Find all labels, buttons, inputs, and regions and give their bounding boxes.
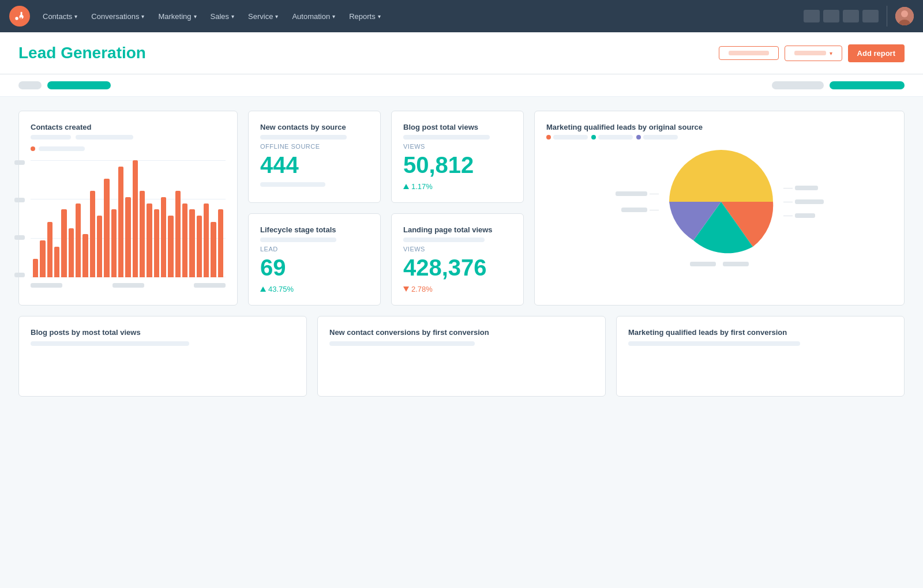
nav-conversations[interactable]: Conversations ▾ [85,7,150,25]
nav-contacts[interactable]: Contacts ▾ [37,7,83,25]
nav-reports[interactable]: Reports ▾ [343,7,387,25]
skeleton-bar-2 [260,182,325,187]
landing-page-metric-label: VIEWS [403,246,512,252]
main-content: Contacts created [0,97,923,410]
nav-icon-1[interactable] [804,10,820,22]
navbar-divider [887,6,887,27]
skeleton-bar [628,341,800,346]
new-contacts-metric-label: OFFLINE SOURCE [260,143,369,150]
nav-sales[interactable]: Sales ▾ [205,7,241,25]
bar-1 [40,240,45,277]
landing-page-metric-value: 428,376 [403,255,512,280]
nav-automation[interactable]: Automation ▾ [286,7,341,25]
bar-13 [125,197,130,277]
bar-2 [47,222,52,277]
bar-12 [118,167,123,277]
chevron-down-icon: ▾ [830,50,832,56]
filter-pill-gray-1 [18,81,42,89]
skeleton-bar [260,135,347,140]
x-label [194,283,226,288]
avatar[interactable] [895,7,914,25]
add-report-button[interactable]: Add report [848,44,905,62]
navbar: Contacts ▾ Conversations ▾ Marketing ▾ S… [0,0,923,32]
y-labels [14,160,25,277]
header-actions: ▾ Add report [719,44,905,62]
trend-up-icon [260,287,266,292]
bar-14 [133,160,138,277]
bar-24 [204,203,209,277]
nav-icon-3[interactable] [843,10,859,22]
y-label [14,235,25,240]
nav-marketing[interactable]: Marketing ▾ [152,7,202,25]
skeleton-bar [403,135,490,140]
x-label [31,283,62,288]
hubspot-logo[interactable] [9,6,30,27]
svg-point-3 [901,10,908,17]
bar-17 [154,209,159,277]
bar-chart [31,160,226,289]
bar-26 [218,209,223,277]
page-header: Lead Generation ▾ Add report [0,32,923,74]
nav-icon-2[interactable] [823,10,839,22]
bar-23 [197,216,202,277]
bar-16 [147,203,152,277]
blog-post-title: Blog post total views [403,123,512,131]
bottom-cards-grid: Blog posts by most total views New conta… [18,316,905,397]
pie-chart-svg [663,144,779,259]
landing-page-card: Landing page total views VIEWS 428,376 2… [391,213,524,306]
bar-11 [111,209,117,277]
pie-left-label-1 [616,191,659,196]
bar-3 [54,247,59,277]
blog-post-metric-label: VIEWS [403,143,512,150]
bar-0 [33,259,38,277]
x-labels [31,283,226,288]
chevron-down-icon: ▾ [141,13,144,20]
chevron-down-icon: ▾ [332,13,335,20]
nav-icon-4[interactable] [862,10,879,22]
nav-service[interactable]: Service ▾ [242,7,284,25]
contacts-created-title: Contacts created [31,123,226,131]
new-contacts-title: New contacts by source [260,123,369,131]
svg-point-1 [15,17,18,20]
lifecycle-card: Lifecycle stage totals LEAD 69 43.75% [248,213,381,306]
pie-dot-3 [636,135,641,140]
mql-card: Marketing qualified leads by original so… [534,111,905,306]
new-contacts-metric-value: 444 [260,152,369,178]
contacts-created-card: Contacts created [18,111,238,306]
bar-19 [168,216,173,277]
middle-right-stacked: Blog post total views VIEWS 50,812 1.17%… [391,111,524,306]
chevron-down-icon: ▾ [231,13,234,20]
pie-dot-2 [591,135,596,140]
chevron-down-icon: ▾ [194,13,197,20]
filter-pill-teal-1[interactable] [47,81,111,89]
bar-9 [97,216,102,277]
lifecycle-title: Lifecycle stage totals [260,225,369,234]
x-label [112,283,144,288]
filter-pill-teal-2[interactable] [830,81,905,89]
pie-legend-item-1 [546,135,588,140]
pie-legend-bar-2 [598,135,633,140]
bottom-card-title-3: Marketing qualified leads by first conve… [628,328,892,337]
bar-15 [140,191,145,277]
blog-post-card: Blog post total views VIEWS 50,812 1.17% [391,111,524,203]
blog-post-metric-value: 50,812 [403,152,512,178]
landing-page-change: 2.78% [403,285,512,293]
pie-legend-bar-3 [643,135,678,140]
legend-bar-2 [76,135,133,140]
filter-bar [0,74,923,97]
pie-legend-item-3 [636,135,678,140]
pie-left-label-2 [621,208,659,212]
bar-7 [82,234,88,277]
bottom-card-title-1: Blog posts by most total views [31,328,295,337]
bar-22 [189,209,194,277]
skeleton-bar [329,341,475,346]
trend-down-icon [403,287,409,292]
bar-20 [175,191,181,277]
filter-pill-gray-2 [772,81,824,89]
filter-button-1[interactable] [719,46,779,60]
bottom-card-title-2: New contact conversions by first convers… [329,328,594,337]
bar-8 [90,191,95,277]
filter-button-2[interactable]: ▾ [785,46,842,61]
bar-6 [76,203,81,277]
mql-title: Marketing qualified leads by original so… [546,123,892,131]
